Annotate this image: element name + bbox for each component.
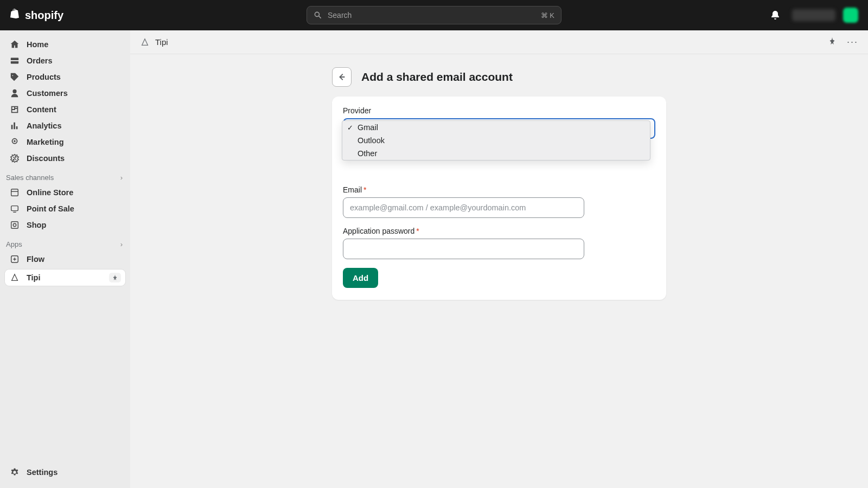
- email-label-text: Email: [343, 185, 362, 194]
- svg-point-3: [13, 223, 16, 226]
- page-header: Add a shared email account: [332, 67, 666, 87]
- nav-label: Tipi: [27, 273, 41, 282]
- search-icon: [314, 11, 322, 20]
- nav-label: Shop: [27, 221, 46, 229]
- nav-label: Orders: [27, 56, 53, 65]
- nav-customers[interactable]: Customers: [5, 85, 125, 101]
- password-label: Application password*: [343, 227, 655, 235]
- provider-option-other[interactable]: Other: [342, 147, 650, 160]
- app-contextbar: Tipi ···: [130, 30, 868, 54]
- shell: Home Orders Products Customers Content A…: [0, 30, 868, 488]
- topbar-right: [766, 6, 858, 24]
- svg-rect-0: [11, 189, 18, 196]
- pin-icon[interactable]: [109, 273, 121, 282]
- store-name-blurred: [792, 9, 835, 21]
- sidebar-bottom: Settings: [5, 464, 125, 488]
- search-wrapper: Search ⌘ K: [307, 6, 561, 24]
- context-actions: ···: [827, 36, 858, 48]
- products-icon: [9, 72, 20, 82]
- option-label: Other: [358, 149, 377, 158]
- store-icon: [9, 188, 20, 197]
- nav-marketing[interactable]: Marketing: [5, 134, 125, 150]
- required-indicator: *: [363, 185, 366, 194]
- nav-orders[interactable]: Orders: [5, 53, 125, 69]
- pos-icon: [9, 204, 20, 214]
- email-label: Email*: [343, 185, 655, 194]
- nav-app-tipi[interactable]: Tipi: [5, 269, 125, 286]
- nav-discounts[interactable]: Discounts: [5, 150, 125, 166]
- shop-icon: [9, 220, 20, 230]
- provider-select[interactable]: Gmail Outlook Other: [343, 118, 655, 139]
- field-provider: Provider Gmail Outlook: [343, 106, 655, 139]
- nav-label: Analytics: [27, 121, 61, 130]
- nav-label: Home: [27, 40, 48, 49]
- more-actions-button[interactable]: ···: [847, 36, 858, 48]
- chevron-right-icon: ›: [120, 240, 123, 248]
- checkmark-icon: [347, 124, 354, 132]
- home-icon: [9, 40, 20, 49]
- customers-icon: [9, 88, 20, 98]
- back-button[interactable]: [332, 67, 352, 87]
- provider-dropdown: Gmail Outlook Other: [342, 120, 650, 160]
- flow-icon: [9, 254, 20, 264]
- nav-online-store[interactable]: Online Store: [5, 184, 125, 201]
- orders-icon: [9, 56, 20, 66]
- section-header-apps[interactable]: Apps ›: [5, 233, 125, 251]
- nav-label: Point of Sale: [27, 204, 74, 213]
- form-card: Provider Gmail Outlook: [332, 97, 666, 300]
- svg-rect-2: [11, 222, 18, 229]
- search-placeholder: Search: [328, 11, 352, 20]
- context-app-icon: [140, 37, 150, 47]
- analytics-icon: [9, 121, 20, 131]
- nav-label: Products: [27, 73, 61, 81]
- sidebar: Home Orders Products Customers Content A…: [0, 30, 130, 488]
- nav-analytics[interactable]: Analytics: [5, 118, 125, 134]
- required-indicator: *: [416, 227, 419, 235]
- nav-app-flow[interactable]: Flow: [5, 251, 125, 267]
- topbar: shopify Search ⌘ K: [0, 0, 868, 30]
- content-icon: [9, 105, 20, 114]
- section-header-sales[interactable]: Sales channels ›: [5, 166, 125, 184]
- chevron-right-icon: ›: [120, 174, 123, 182]
- option-label: Gmail: [358, 123, 378, 132]
- nav-shop[interactable]: Shop: [5, 217, 125, 233]
- pin-app-button[interactable]: [827, 36, 837, 48]
- nav-label: Flow: [27, 255, 44, 264]
- shopify-bag-icon: [10, 9, 22, 22]
- notifications-button[interactable]: [766, 6, 784, 24]
- marketing-icon: [9, 137, 20, 147]
- nav-settings[interactable]: Settings: [5, 464, 125, 480]
- field-password: Application password*: [343, 227, 655, 259]
- gear-icon: [9, 467, 20, 477]
- nav-label: Marketing: [27, 138, 64, 146]
- nav-products[interactable]: Products: [5, 69, 125, 85]
- nav-label: Discounts: [27, 154, 65, 163]
- nav-label: Settings: [27, 468, 58, 477]
- global-search[interactable]: Search ⌘ K: [307, 6, 561, 24]
- user-avatar[interactable]: [843, 8, 858, 23]
- nav-home[interactable]: Home: [5, 36, 125, 53]
- discounts-icon: [9, 153, 20, 163]
- provider-option-outlook[interactable]: Outlook: [342, 134, 650, 147]
- content: Add a shared email account Provider Gmai…: [130, 54, 868, 488]
- page-title: Add a shared email account: [361, 70, 513, 84]
- search-shortcut: ⌘ K: [541, 11, 554, 20]
- email-input[interactable]: [343, 197, 584, 218]
- section-head-label: Sales channels: [6, 174, 54, 182]
- option-label: Outlook: [358, 136, 385, 145]
- nav-content[interactable]: Content: [5, 101, 125, 118]
- password-label-text: Application password: [343, 227, 414, 235]
- nav-point-of-sale[interactable]: Point of Sale: [5, 201, 125, 217]
- page: Add a shared email account Provider Gmai…: [332, 67, 666, 488]
- section-head-label: Apps: [6, 240, 22, 248]
- field-email: Email*: [343, 185, 655, 218]
- nav-label: Customers: [27, 89, 68, 98]
- password-input[interactable]: [343, 239, 584, 259]
- provider-option-gmail[interactable]: Gmail: [342, 121, 650, 134]
- brand-logo[interactable]: shopify: [10, 9, 63, 22]
- brand-name: shopify: [25, 9, 63, 22]
- add-button[interactable]: Add: [343, 268, 378, 288]
- bell-icon: [770, 10, 781, 21]
- nav-label: Online Store: [27, 188, 73, 197]
- tipi-icon: [9, 273, 20, 282]
